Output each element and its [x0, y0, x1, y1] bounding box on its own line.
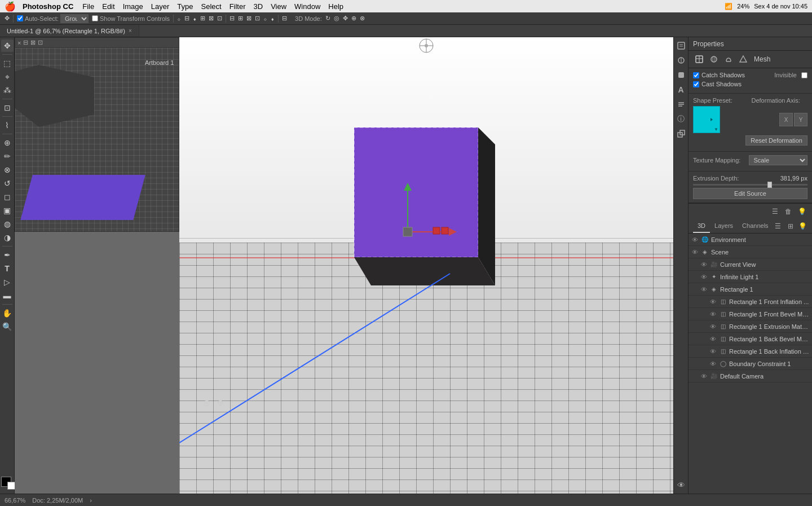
- eye-back-bevel[interactable]: 👁: [709, 335, 717, 343]
- 3d-slide-icon[interactable]: ⊕: [351, 15, 356, 22]
- deform-y-axis[interactable]: Y: [794, 113, 807, 126]
- magic-wand-button[interactable]: ⁂: [1, 84, 14, 96]
- eye-current-view[interactable]: 👁: [700, 261, 708, 269]
- panel-delete-icon[interactable]: 🗑: [810, 221, 812, 231]
- pen-tool-button[interactable]: ✒: [1, 249, 14, 261]
- healing-brush-button[interactable]: ⊕: [1, 137, 14, 149]
- clone-stamp-button[interactable]: ⊗: [1, 164, 14, 176]
- deform-x-axis[interactable]: X: [779, 113, 793, 126]
- align-middle-v-icon[interactable]: ⊠: [209, 15, 214, 22]
- eye-infinite-light[interactable]: 👁: [700, 273, 708, 281]
- distribute-right-icon[interactable]: ⊠: [246, 15, 251, 22]
- layer-item-default-camera[interactable]: 👁 🎥 Default Camera: [689, 370, 812, 382]
- layer-item-front-inflation[interactable]: 👁 ◫ Rectangle 1 Front Inflation ...: [689, 296, 812, 308]
- hand-tool-button[interactable]: ✋: [1, 307, 14, 319]
- prop-tab-scene[interactable]: [737, 53, 749, 65]
- 3d-rotate-icon[interactable]: ↻: [325, 15, 330, 22]
- prop-tab-mesh[interactable]: [693, 53, 705, 65]
- path-selection-button[interactable]: ▷: [1, 276, 14, 288]
- cast-shadows-checkbox[interactable]: [693, 81, 699, 87]
- side-eye-icon[interactable]: 👁: [675, 479, 687, 491]
- eraser-button[interactable]: ◻: [1, 191, 14, 203]
- distribute-spacing-icon[interactable]: ⊟: [282, 15, 287, 22]
- menu-type[interactable]: Type: [177, 2, 193, 11]
- preview-fullscreen-btn[interactable]: ⊡: [38, 39, 43, 46]
- tab-3d[interactable]: 3D: [693, 219, 710, 233]
- viewport-3d[interactable]: ⊕ ✥ ↕: [179, 37, 673, 494]
- zoom-tool-button[interactable]: 🔍: [1, 320, 14, 333]
- preview-expand-btn[interactable]: ⊠: [30, 39, 36, 46]
- tab-channels[interactable]: Channels: [738, 219, 773, 233]
- side-para-icon[interactable]: [675, 98, 687, 111]
- apple-menu[interactable]: 🍎: [5, 1, 16, 12]
- invisible-checkbox[interactable]: [801, 72, 807, 78]
- layer-item-rectangle1[interactable]: 👁 ◈ Rectangle 1: [689, 283, 812, 296]
- lasso-tool-button[interactable]: ⌖: [1, 71, 14, 83]
- menu-view[interactable]: View: [271, 2, 286, 11]
- eye-environment[interactable]: 👁: [691, 236, 699, 244]
- status-arrow[interactable]: ›: [90, 497, 92, 504]
- panel-icon-delete[interactable]: 🗑: [783, 206, 794, 217]
- gradient-button[interactable]: ▣: [1, 204, 14, 217]
- rectangle-tool-button[interactable]: ▬: [1, 289, 14, 302]
- panel-new-icon[interactable]: ☰: [773, 221, 783, 231]
- eye-rectangle1[interactable]: 👁: [700, 285, 708, 293]
- preview-minimize-btn[interactable]: ⊟: [23, 39, 28, 46]
- auto-select-checkbox[interactable]: [17, 15, 23, 21]
- layer-item-boundary-constraint[interactable]: 👁 ◯ Boundary Constraint 1: [689, 358, 812, 370]
- side-adjustments-icon[interactable]: [675, 54, 687, 67]
- panel-group-icon[interactable]: ⊞: [785, 221, 796, 231]
- foreground-color[interactable]: [1, 477, 11, 487]
- tab-untitled1[interactable]: Untitled-1 @ 66,7% (Rectangle 1, RGB/8#)…: [0, 25, 139, 37]
- menu-filter[interactable]: Filter: [230, 2, 246, 11]
- shape-preset-button[interactable]: [693, 106, 720, 133]
- side-styles-icon[interactable]: [675, 69, 687, 81]
- side-properties-icon[interactable]: [675, 39, 687, 52]
- align-bottom-icon[interactable]: ⊡: [217, 15, 222, 22]
- menu-help[interactable]: Help: [328, 2, 343, 11]
- menu-window[interactable]: Window: [294, 2, 320, 11]
- menu-layer[interactable]: Layer: [151, 2, 170, 11]
- blur-button[interactable]: ◍: [1, 218, 14, 230]
- prop-tab-deform[interactable]: [722, 53, 735, 65]
- eye-extrusion-material[interactable]: 👁: [709, 323, 717, 331]
- eye-default-camera[interactable]: 👁: [700, 372, 708, 380]
- eye-front-bevel[interactable]: 👁: [709, 310, 717, 318]
- side-char-icon[interactable]: A: [675, 83, 687, 96]
- layer-item-extrusion-material[interactable]: 👁 ◫ Rectangle 1 Extrusion Material: [689, 320, 812, 333]
- layer-item-current-view[interactable]: 👁 🎥 Current View: [689, 258, 812, 271]
- prop-tab-env[interactable]: [708, 53, 720, 65]
- menu-edit[interactable]: Edit: [102, 2, 114, 11]
- eyedropper-button[interactable]: ⌇: [1, 119, 14, 131]
- move-tool-button[interactable]: ✥: [1, 39, 14, 52]
- distribute-left-icon[interactable]: ⊟: [230, 15, 235, 22]
- preview-close-btn[interactable]: ×: [17, 39, 21, 46]
- panel-icon-light[interactable]: 💡: [796, 206, 807, 217]
- color-swatch-container[interactable]: [1, 477, 14, 489]
- 3d-scale-icon[interactable]: ⊗: [360, 15, 365, 22]
- layer-item-back-inflation[interactable]: 👁 ◫ Rectangle 1 Back Inflation M...: [689, 345, 812, 358]
- tab-layers[interactable]: Layers: [710, 219, 738, 233]
- distribute-center-h-icon[interactable]: ⊞: [238, 15, 243, 22]
- align-left-icon[interactable]: ⬦: [177, 15, 181, 22]
- panel-icon-list[interactable]: ☰: [769, 206, 780, 217]
- layer-item-back-bevel[interactable]: 👁 ◫ Rectangle 1 Back Bevel Mat...: [689, 333, 812, 345]
- catch-shadows-checkbox[interactable]: [693, 72, 699, 78]
- brush-tool-button[interactable]: ✏: [1, 150, 14, 162]
- type-tool-button[interactable]: T: [1, 262, 14, 275]
- distribute-top-icon[interactable]: ⊡: [255, 15, 260, 22]
- menu-file[interactable]: File: [82, 2, 94, 11]
- align-top-icon[interactable]: ⊞: [200, 15, 205, 22]
- menu-image[interactable]: Image: [123, 2, 143, 11]
- tab-close-button[interactable]: ×: [129, 28, 132, 34]
- distribute-middle-v-icon[interactable]: ⬦: [263, 15, 267, 22]
- marquee-tool-button[interactable]: ⬚: [1, 57, 14, 69]
- eye-back-inflation[interactable]: 👁: [709, 347, 717, 355]
- reset-deformation-button[interactable]: Reset Deformation: [745, 135, 807, 146]
- layer-item-environment[interactable]: 👁 🌐 Environment: [689, 234, 812, 246]
- layer-item-infinite-light[interactable]: 👁 ✦ Infinite Light 1: [689, 271, 812, 283]
- menu-3d[interactable]: 3D: [254, 2, 263, 11]
- texture-mapping-dropdown[interactable]: Scale Tile: [749, 155, 808, 165]
- auto-select-dropdown[interactable]: Group Layer: [60, 14, 89, 23]
- 3d-roll-icon[interactable]: ◎: [334, 15, 339, 22]
